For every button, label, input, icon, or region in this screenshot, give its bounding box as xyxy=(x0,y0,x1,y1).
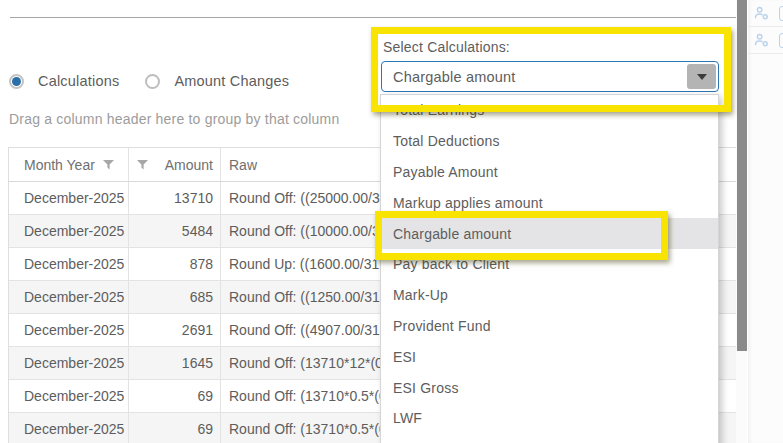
cell-month-year: December-2025 xyxy=(9,314,129,346)
cell-amount: 1645 xyxy=(129,347,221,379)
user-gear-icon[interactable] xyxy=(754,6,769,20)
radio-option-calculations[interactable]: Calculations xyxy=(9,73,119,89)
cell-amount: 878 xyxy=(129,248,221,280)
scrollbar-thumb[interactable] xyxy=(737,0,747,351)
radio-option-amount-changes[interactable]: Amount Changes xyxy=(145,73,289,89)
cell-amount: 13710 xyxy=(129,182,221,214)
dropdown-option-pay-back-to-client[interactable]: Pay back to Client xyxy=(381,249,718,280)
cell-month-year: December-2025 xyxy=(9,248,129,280)
cell-month-year: December-2025 xyxy=(9,182,129,214)
cell-amount: 69 xyxy=(129,380,221,412)
cell-amount: 69 xyxy=(129,413,221,443)
cell-month-year: December-2025 xyxy=(9,347,129,379)
vertical-scrollbar[interactable] xyxy=(736,0,747,443)
select-calculations-panel: Select Calculations: Chargable amount xyxy=(378,32,723,95)
chevron-down-icon xyxy=(697,74,707,80)
filter-funnel-icon[interactable] xyxy=(137,160,148,170)
radio-icon[interactable] xyxy=(145,74,160,89)
dropdown-option-total-earnings[interactable]: Total Earnings xyxy=(381,95,718,126)
cell-month-year: December-2025 xyxy=(9,413,129,443)
cell-amount: 5484 xyxy=(129,215,221,247)
radio-label: Amount Changes xyxy=(174,73,289,89)
row-actions-panel xyxy=(748,0,783,443)
dropdown-option-esi-gross[interactable]: ESI Gross xyxy=(381,372,718,403)
calculations-select[interactable]: Chargable amount xyxy=(381,61,719,92)
column-header-amount[interactable]: Amount xyxy=(129,148,221,181)
action-row xyxy=(748,0,783,27)
filter-funnel-icon[interactable] xyxy=(103,160,114,170)
dropdown-option-provident-fund[interactable]: Provident Fund xyxy=(381,311,718,342)
cell-month-year: December-2025 xyxy=(9,215,129,247)
dropdown-option-lwf[interactable]: LWF xyxy=(381,403,718,434)
selected-calculation-value: Chargable amount xyxy=(393,62,516,91)
dropdown-option-esi[interactable]: ESI xyxy=(381,341,718,372)
dropdown-arrow-button[interactable] xyxy=(687,64,716,89)
dropdown-option-mark-up[interactable]: Mark-Up xyxy=(381,280,718,311)
column-header-month-year[interactable]: Month Year xyxy=(9,148,129,181)
dropdown-option-chargable-amount[interactable]: Chargable amount xyxy=(381,218,718,249)
cell-amount: 685 xyxy=(129,281,221,313)
column-header-label: Month Year xyxy=(24,157,95,173)
calculations-dropdown-list: Total EarningsTotal DeductionsPayable Am… xyxy=(380,94,719,443)
user-gear-icon[interactable] xyxy=(754,33,769,47)
cell-month-year: December-2025 xyxy=(9,281,129,313)
radio-icon[interactable] xyxy=(9,74,24,89)
dropdown-option-total-deductions[interactable]: Total Deductions xyxy=(381,126,718,157)
dropdown-option-markup-applies-amount[interactable]: Markup applies amount xyxy=(381,187,718,218)
square-icon[interactable] xyxy=(779,6,783,21)
radio-label: Calculations xyxy=(38,73,119,89)
top-divider xyxy=(10,17,737,18)
column-header-label: Amount xyxy=(165,157,213,173)
view-mode-radio-group: CalculationsAmount Changes xyxy=(9,73,289,89)
cell-amount: 2691 xyxy=(129,314,221,346)
column-header-label: Raw xyxy=(229,157,257,173)
cell-month-year: December-2025 xyxy=(9,380,129,412)
select-calculations-label: Select Calculations: xyxy=(383,39,510,55)
group-by-drag-hint: Drag a column header here to group by th… xyxy=(9,111,339,127)
square-icon[interactable] xyxy=(779,33,783,48)
payroll-calculations-page: CalculationsAmount Changes Drag a column… xyxy=(0,0,783,443)
dropdown-option-payable-amount[interactable]: Payable Amount xyxy=(381,157,718,188)
action-row xyxy=(748,27,783,54)
